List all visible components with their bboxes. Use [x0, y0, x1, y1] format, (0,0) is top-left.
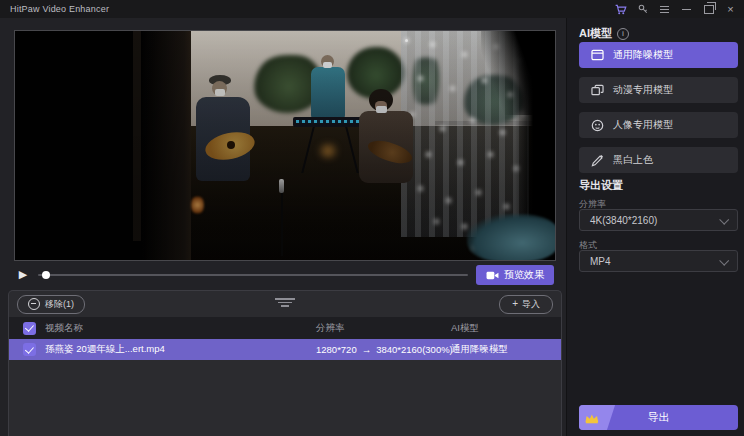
video-preview[interactable] [14, 30, 556, 261]
seek-slider[interactable] [38, 274, 468, 276]
collapse-handle-icon[interactable] [275, 298, 295, 307]
column-resolution: 分辨率 [316, 322, 345, 335]
chevron-down-icon [719, 256, 729, 266]
arrow-icon: → [362, 344, 372, 355]
export-button[interactable]: 导出 [579, 405, 738, 430]
chevron-down-icon [719, 215, 729, 225]
table-row[interactable]: 孫燕姿 20週年線上...ert.mp4 1280*720→3840*2160(… [9, 339, 561, 360]
minus-circle-icon [28, 298, 40, 310]
key-icon[interactable] [636, 3, 649, 16]
export-label: 导出 [648, 410, 670, 425]
resolution-select[interactable]: 4K(3840*2160) [579, 209, 738, 231]
import-label: 导入 [522, 298, 540, 311]
resolution-from: 1280*720 [316, 344, 357, 355]
remove-label: 移除(1) [45, 298, 74, 311]
plus-icon: + [512, 299, 518, 309]
preview-effect-label: 预览效果 [504, 268, 544, 282]
titlebar: HitPaw Video Enhancer × [0, 0, 744, 18]
export-settings-title: 导出设置 [579, 178, 623, 193]
ai-models-title-text: AI模型 [579, 26, 612, 41]
frame-icon [591, 49, 604, 61]
row-file-name: 孫燕姿 20週年線上...ert.mp4 [45, 343, 165, 356]
seek-handle[interactable] [42, 271, 50, 279]
menu-icon[interactable] [658, 3, 671, 16]
file-list-header: 视频名称 分辨率 AI模型 [9, 317, 561, 339]
pictures-icon [591, 84, 604, 96]
model-button-colorize[interactable]: 黑白上色 [579, 147, 738, 173]
format-select[interactable]: MP4 [579, 250, 738, 272]
remove-button[interactable]: 移除(1) [17, 295, 85, 314]
model-button-general-denoise[interactable]: 通用降噪模型 [579, 42, 738, 68]
row-resolution: 1280*720→3840*2160(300%) [316, 344, 453, 355]
app-window: HitPaw Video Enhancer × [0, 0, 744, 436]
close-button[interactable]: × [724, 3, 737, 16]
resolution-to: 3840*2160(300%) [376, 344, 453, 355]
brush-icon [591, 154, 604, 167]
select-all-checkbox[interactable] [23, 322, 36, 335]
cart-icon[interactable] [614, 3, 627, 16]
model-button-portrait[interactable]: 人像专用模型 [579, 112, 738, 138]
window-title: HitPaw Video Enhancer [10, 4, 109, 14]
model-label: 黑白上色 [613, 153, 653, 167]
maximize-button[interactable] [702, 3, 715, 16]
face-icon [591, 119, 604, 132]
titlebar-actions: × [614, 3, 744, 16]
minimize-button[interactable] [680, 3, 693, 16]
file-list-panel: 移除(1) + 导入 视频名称 分辨率 AI模型 孫燕姿 20週年線上...er… [8, 290, 562, 436]
ai-models-title: AI模型 i [579, 26, 629, 41]
model-label: 动漫专用模型 [613, 83, 673, 97]
main-area: ▶ 预览效果 移除(1) + 导入 [0, 18, 566, 436]
transport-controls: ▶ 预览效果 [0, 264, 566, 286]
sidebar: AI模型 i 通用降噪模型 动漫专用模型 人像专用模型 黑白上色 导出设置 分辨… [566, 18, 744, 436]
preview-effect-button[interactable]: 预览效果 [476, 265, 554, 285]
crown-icon [579, 405, 615, 430]
resolution-value: 4K(3840*2160) [590, 215, 657, 226]
model-button-anime[interactable]: 动漫专用模型 [579, 77, 738, 103]
row-ai-model: 通用降噪模型 [451, 343, 508, 356]
play-button[interactable]: ▶ [16, 267, 30, 281]
row-checkbox[interactable] [23, 343, 36, 356]
info-icon[interactable]: i [617, 28, 629, 40]
scene-vignette [15, 31, 555, 260]
column-video-name: 视频名称 [45, 322, 83, 335]
model-label: 通用降噪模型 [613, 48, 673, 62]
file-list-toolbar: 移除(1) + 导入 [9, 291, 561, 317]
column-ai-model: AI模型 [451, 322, 479, 335]
format-value: MP4 [590, 256, 611, 267]
model-label: 人像专用模型 [613, 118, 673, 132]
video-camera-icon [486, 270, 499, 281]
import-button[interactable]: + 导入 [499, 295, 553, 314]
